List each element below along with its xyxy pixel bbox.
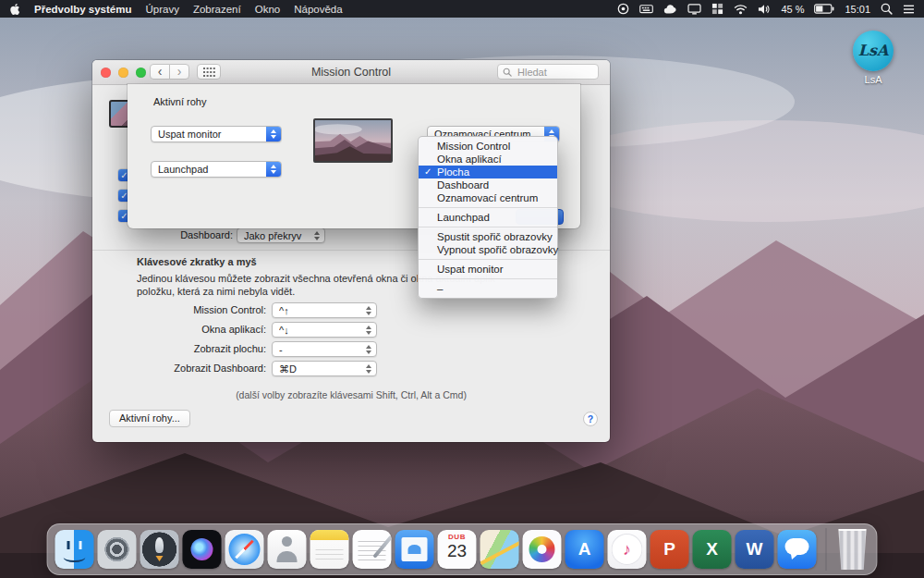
menubar-status-area: 45 % 15:01	[617, 3, 915, 15]
menubar-left: Předvolby systému Úpravy Zobrazení Okno …	[9, 3, 343, 16]
menu-separator	[419, 278, 557, 279]
menubar-menu-napoveda[interactable]: Nápověda	[294, 4, 342, 15]
dock-item-safari[interactable]	[225, 530, 264, 569]
apple-menu-icon[interactable]	[9, 3, 20, 16]
window-controls	[101, 68, 146, 78]
back-button[interactable]: ‹	[150, 64, 170, 80]
dashboard-label: Dashboard:	[131, 228, 233, 243]
dock-item-finder[interactable]	[55, 530, 94, 569]
menu-item-oznamovaci-centrum[interactable]: Oznamovací centrum	[419, 191, 557, 204]
forward-button[interactable]: ›	[169, 64, 189, 80]
dock: DUB 23 A ♪ P X W	[47, 523, 878, 575]
shortcut-label-mission-control: Mission Control:	[92, 302, 266, 318]
menu-separator	[419, 227, 557, 228]
input-source-icon[interactable]	[711, 3, 723, 15]
close-button[interactable]	[101, 68, 111, 78]
keyboard-icon[interactable]	[639, 3, 653, 15]
stepper-arrows-icon	[266, 127, 281, 141]
menu-item-okna-aplikaci[interactable]: Okna aplikací	[419, 153, 557, 166]
shortcut-value-app-windows: ^↓	[279, 323, 359, 337]
dock-item-powerpoint[interactable]: P	[650, 530, 689, 569]
help-button[interactable]: ?	[583, 412, 598, 426]
stepper-arrows-icon	[361, 362, 376, 375]
shortcut-value-show-dashboard: ⌘D	[279, 362, 359, 375]
stepper-arrows-icon	[361, 323, 376, 337]
menu-item-uspat-monitor[interactable]: Uspat monitor	[419, 263, 557, 276]
menubar-app-name[interactable]: Předvolby systému	[34, 4, 131, 15]
dock-item-system-preferences[interactable]	[98, 530, 137, 569]
menubar-menu-upravy[interactable]: Úpravy	[145, 4, 178, 15]
menu-item-launchpad[interactable]: Launchpad	[419, 211, 557, 224]
dock-item-photos[interactable]	[523, 530, 562, 569]
sheet-title: Aktivní rohy	[153, 96, 206, 107]
menu-item-spustit-sporic[interactable]: Spustit spořič obrazovky	[419, 230, 557, 243]
menubar-menu-zobrazeni[interactable]: Zobrazení	[193, 4, 241, 15]
battery-percentage: 45 %	[781, 4, 804, 15]
desktop: Předvolby systému Úpravy Zobrazení Okno …	[0, 0, 924, 578]
minimize-button[interactable]	[118, 68, 128, 78]
show-all-button[interactable]	[197, 64, 221, 80]
battery-icon[interactable]	[814, 4, 834, 14]
dock-item-mail[interactable]	[395, 530, 434, 569]
window-titlebar[interactable]: Mission Control ‹ ›	[92, 60, 610, 85]
menubar-menu-okno[interactable]: Okno	[255, 4, 281, 15]
wifi-icon[interactable]	[734, 4, 748, 15]
powerpoint-letter: P	[650, 530, 689, 569]
search-field[interactable]	[497, 64, 599, 80]
toolbar-nav-group: ‹ ›	[150, 64, 189, 80]
search-input[interactable]	[516, 66, 593, 79]
hot-corner-options-menu: Mission Control Okna aplikací ✓ Plocha D…	[418, 136, 558, 299]
menu-item-mission-control[interactable]: Mission Control	[419, 140, 557, 153]
dock-item-trash[interactable]	[836, 529, 869, 570]
desktop-preview-image	[313, 118, 393, 163]
dashboard-select-value: Jako překryv	[244, 228, 308, 242]
dock-item-app-store[interactable]: A	[565, 530, 604, 569]
app-badge-icon[interactable]	[617, 3, 629, 15]
zoom-button[interactable]	[136, 68, 146, 78]
dock-item-calendar[interactable]: DUB 23	[438, 530, 477, 569]
cloud-icon[interactable]	[663, 4, 677, 15]
menubar-clock[interactable]: 15:01	[845, 4, 870, 15]
shortcut-label-app-windows: Okna aplikací:	[92, 322, 266, 338]
menu-item-none[interactable]: –	[419, 282, 557, 295]
notification-center-icon[interactable]	[903, 4, 915, 15]
dock-item-word[interactable]: W	[736, 530, 774, 569]
hot-corner-bottom-left-value: Launchpad	[158, 162, 264, 177]
display-mirroring-icon[interactable]	[687, 3, 701, 15]
dock-item-siri[interactable]	[183, 530, 222, 569]
volume-icon[interactable]	[758, 4, 771, 15]
word-letter: W	[736, 530, 774, 569]
shortcut-select-show-dashboard[interactable]: ⌘D	[272, 361, 377, 376]
dock-item-itunes[interactable]: ♪	[608, 530, 647, 569]
dock-item-notes[interactable]	[310, 530, 349, 569]
dock-item-maps[interactable]	[480, 530, 519, 569]
itunes-note-icon: ♪	[608, 530, 647, 569]
hot-corners-button[interactable]: Aktivní rohy...	[109, 410, 190, 427]
dock-item-excel[interactable]: X	[693, 530, 732, 569]
modifier-keys-note: (další volby zobrazíte klávesami Shift, …	[92, 389, 610, 400]
hot-corner-top-left-select[interactable]: Uspat monitor	[151, 126, 282, 142]
shortcut-value-mission-control: ^↑	[279, 303, 359, 317]
avatar[interactable]: LsA	[853, 31, 894, 71]
stepper-arrows-icon	[266, 162, 281, 177]
menu-item-plocha[interactable]: ✓ Plocha	[419, 166, 557, 178]
shortcut-select-app-windows[interactable]: ^↓	[272, 322, 377, 338]
menu-item-dashboard[interactable]: Dashboard	[419, 178, 557, 191]
menu-separator	[419, 207, 557, 208]
dock-item-launchpad[interactable]	[140, 530, 179, 569]
grid-icon	[203, 68, 215, 77]
shortcut-select-mission-control[interactable]: ^↑	[272, 302, 377, 318]
dock-item-textedit[interactable]	[353, 530, 392, 569]
stepper-arrows-icon	[361, 303, 376, 317]
shortcut-select-show-desktop[interactable]: -	[272, 341, 377, 357]
menu-item-vypnout-sporic[interactable]: Vypnout spořič obrazovky	[419, 243, 557, 256]
spotlight-icon[interactable]	[881, 3, 893, 15]
search-icon	[503, 68, 512, 77]
shortcuts-heading: Klávesové zkratky a myš	[137, 256, 257, 267]
desktop-user-badge[interactable]: LsA LsA	[851, 31, 895, 85]
dock-item-messages[interactable]	[778, 530, 817, 569]
hot-corner-bottom-left-select[interactable]: Launchpad	[151, 161, 282, 178]
dashboard-select[interactable]: Jako překryv	[237, 228, 325, 243]
avatar-label: LsA	[851, 74, 895, 85]
dock-item-contacts[interactable]	[268, 530, 307, 569]
